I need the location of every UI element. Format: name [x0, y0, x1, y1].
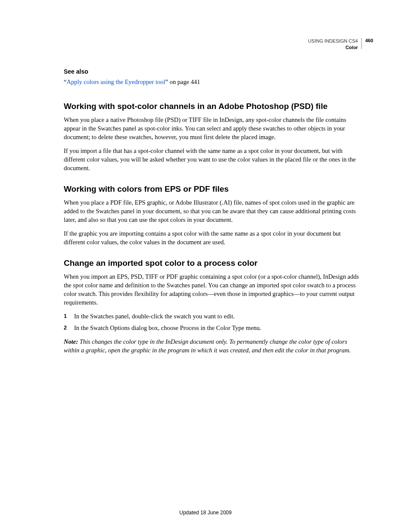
body-paragraph: When you import an EPS, PSD, TIFF or PDF… [64, 272, 363, 307]
chapter-name: Color [308, 44, 358, 51]
see-also-heading: See also [64, 68, 363, 75]
body-paragraph: If you import a file that has a spot-col… [64, 146, 363, 172]
section-psd-spot-channels: Working with spot-color channels in an A… [64, 102, 363, 172]
page-content: See also “Apply colors using the Eyedrop… [64, 68, 363, 367]
header-text: USING INDESIGN CS4 Color [308, 38, 361, 51]
page-number: 460 [362, 38, 373, 43]
step-text: In the Swatches panel, double-click the … [74, 312, 235, 320]
body-paragraph: When you place a native Photoshop file (… [64, 115, 363, 141]
page-footer: Updated 18 June 2009 [0, 510, 411, 516]
step-number: 1 [64, 312, 74, 320]
xref-suffix: ” on page 441 [165, 78, 200, 85]
note-paragraph: Note: This changes the color type in the… [64, 337, 363, 355]
cross-reference: “Apply colors using the Eyedropper tool”… [64, 78, 363, 86]
note-label: Note: [64, 338, 78, 345]
heading: Working with spot-color channels in an A… [64, 102, 363, 111]
section-change-spot-to-process: Change an imported spot color to a proce… [64, 258, 363, 355]
page-header: USING INDESIGN CS4 Color 460 [308, 38, 373, 51]
doc-title: USING INDESIGN CS4 [308, 38, 358, 44]
section-eps-pdf-colors: Working with colors from EPS or PDF file… [64, 184, 363, 246]
step-item: 2 In the Swatch Options dialog box, choo… [64, 324, 363, 332]
body-paragraph: When you place a PDF file, EPS graphic, … [64, 198, 363, 224]
body-paragraph: If the graphic you are importing contain… [64, 229, 363, 246]
heading: Change an imported spot color to a proce… [64, 258, 363, 268]
xref-link[interactable]: Apply colors using the Eyedropper tool [66, 78, 165, 85]
note-text: This changes the color type in the InDes… [64, 338, 351, 354]
step-text: In the Swatch Options dialog box, choose… [74, 324, 261, 332]
step-item: 1 In the Swatches panel, double-click th… [64, 312, 363, 320]
step-number: 2 [64, 324, 74, 332]
heading: Working with colors from EPS or PDF file… [64, 184, 363, 194]
